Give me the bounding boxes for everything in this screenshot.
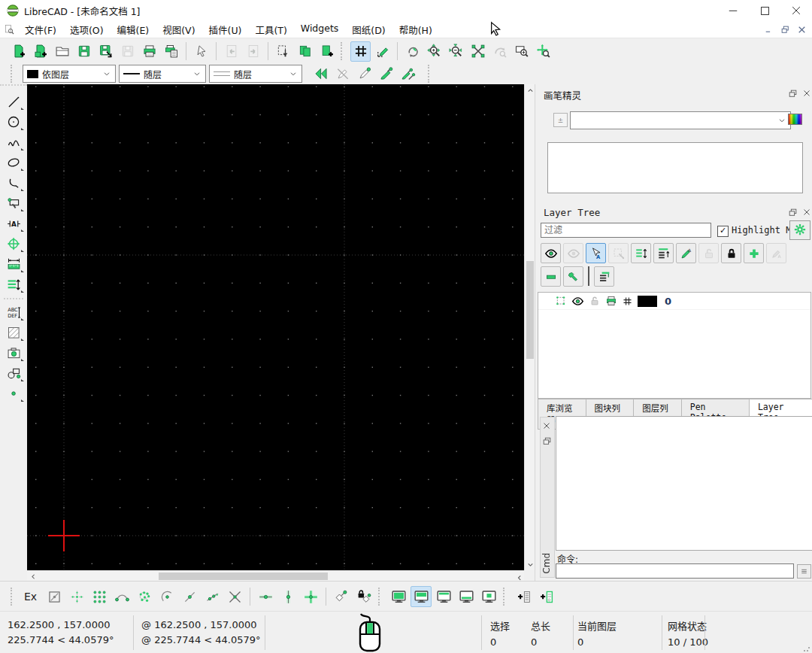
construction-layer-icon[interactable]: [555, 295, 567, 307]
vertical-scrollbar-thumb[interactable]: [526, 261, 534, 359]
pen-wizard-float-button[interactable]: [786, 87, 798, 99]
snap-distance-button[interactable]: [201, 586, 223, 607]
create-block-button[interactable]: [2, 363, 25, 384]
snap-grid-button[interactable]: [89, 586, 110, 607]
remove-layer-button[interactable]: [541, 266, 561, 287]
menu-view[interactable]: 视图(V): [156, 21, 201, 38]
horizontal-scrollbar-thumb[interactable]: [159, 573, 328, 580]
snap-middle-button[interactable]: [179, 586, 200, 607]
layer-tree-close-button[interactable]: [801, 206, 812, 218]
draw-text-button[interactable]: ABCDEF: [2, 302, 25, 323]
menu-drawings[interactable]: 图纸(D): [345, 21, 392, 38]
scroll-left-icon[interactable]: [29, 571, 38, 582]
snap-intersection-button[interactable]: [224, 586, 245, 607]
menu-widgets[interactable]: Widgets: [294, 21, 346, 38]
pen-wizard-close-button[interactable]: [801, 87, 812, 99]
toggle-grid-button[interactable]: [350, 41, 371, 62]
save-file-button[interactable]: [74, 41, 94, 62]
layer-tree-float-button[interactable]: [786, 206, 798, 218]
monitor-view-2-button[interactable]: [411, 586, 432, 607]
zoom-pan-button[interactable]: [533, 41, 553, 62]
horizontal-scrollbar[interactable]: [27, 570, 524, 582]
vertical-scrollbar[interactable]: [524, 84, 535, 570]
layer-visible-icon[interactable]: [571, 295, 584, 308]
pen-wizard-color-button[interactable]: [788, 114, 802, 125]
close-button[interactable]: [780, 0, 812, 21]
monitor-view-4-button[interactable]: [456, 586, 477, 607]
mdi-minimize-button[interactable]: [762, 24, 774, 35]
move-layer-top-button[interactable]: [653, 243, 674, 263]
snap-endpoint-button[interactable]: [111, 586, 132, 607]
modify-order-button[interactable]: [2, 275, 25, 295]
command-history[interactable]: [556, 416, 812, 551]
menu-help[interactable]: 帮助(H): [392, 21, 439, 38]
layer-color-swatch[interactable]: [638, 296, 657, 307]
print-button[interactable]: [139, 41, 159, 62]
show-all-layers-button[interactable]: [541, 243, 561, 263]
pen-copy-button[interactable]: [398, 64, 418, 84]
layer-print-icon[interactable]: [605, 295, 617, 307]
layer-construction-hash-icon[interactable]: [622, 296, 633, 307]
pen-color-combobox[interactable]: 依图层: [23, 65, 116, 83]
scroll-up-icon[interactable]: [525, 86, 535, 95]
resize-grip[interactable]: [803, 645, 810, 652]
duplicate-layer-button[interactable]: [594, 266, 614, 287]
pen-wizard-list[interactable]: [547, 142, 803, 193]
print-preview-button[interactable]: [161, 41, 181, 62]
restrict-horizontal-button[interactable]: [255, 586, 276, 607]
mdi-restore-button[interactable]: [779, 24, 791, 35]
zoom-out-button[interactable]: [446, 41, 466, 62]
pen-apply-button[interactable]: [376, 64, 396, 84]
lock-all-layers-button[interactable]: [721, 243, 741, 263]
draw-hatch-button[interactable]: [2, 323, 25, 343]
layer-list[interactable]: 0: [538, 292, 811, 399]
select-pointer-button[interactable]: [191, 41, 211, 62]
set-relative-zero-button[interactable]: [331, 586, 352, 607]
lock-relative-zero-button[interactable]: [353, 586, 374, 607]
dimension-aligned-button[interactable]: [2, 254, 25, 275]
maximize-button[interactable]: [749, 0, 780, 21]
pen-wizard-combobox[interactable]: [570, 111, 791, 129]
zoom-auto-button[interactable]: [468, 41, 488, 62]
layer-lock-icon[interactable]: [589, 295, 601, 307]
layer-tools-button[interactable]: [563, 266, 583, 287]
mdi-close-button[interactable]: [795, 24, 807, 35]
copy-button[interactable]: [295, 41, 315, 62]
snap-free-button[interactable]: [66, 586, 87, 607]
pen-pick-button[interactable]: [354, 64, 374, 84]
menu-file[interactable]: 文件(F): [18, 21, 63, 38]
minimize-button[interactable]: [717, 0, 749, 21]
menu-plugins[interactable]: 插件(U): [202, 21, 249, 38]
insert-image-button[interactable]: [2, 343, 25, 363]
save-as-button[interactable]: [95, 41, 116, 62]
draw-line-button[interactable]: [2, 92, 25, 112]
draw-spline-button[interactable]: [2, 132, 25, 153]
snap-entity-button[interactable]: [134, 586, 155, 607]
back-action-button[interactable]: [311, 64, 331, 84]
layer-filter-input[interactable]: [541, 223, 711, 238]
layer-row[interactable]: 0: [538, 293, 810, 310]
pen-remove-button[interactable]: [332, 64, 353, 84]
command-float-button[interactable]: [541, 436, 552, 446]
add-options-widget-button[interactable]: [535, 586, 556, 607]
redraw-button[interactable]: [402, 41, 423, 62]
layer-tree-settings-button[interactable]: [789, 220, 810, 240]
rename-layer-button[interactable]: A: [676, 243, 696, 263]
highlight-mode-checkbox[interactable]: ✓: [717, 226, 729, 237]
monitor-view-1-button[interactable]: [388, 586, 409, 607]
restrict-vertical-button[interactable]: [277, 586, 298, 607]
snap-center-button[interactable]: [156, 586, 177, 607]
toggle-draft-mode-button[interactable]: [372, 41, 392, 62]
pen-linewidth-combobox[interactable]: 随层: [209, 65, 302, 83]
menu-edit[interactable]: 编辑(E): [111, 21, 156, 38]
monitor-view-5-button[interactable]: [478, 586, 499, 607]
snap-exclusive-button[interactable]: [44, 586, 65, 607]
command-options-button[interactable]: [797, 564, 811, 579]
new-file-button[interactable]: [8, 41, 29, 62]
draw-circle-button[interactable]: [2, 112, 25, 132]
draw-polyline-button[interactable]: [2, 193, 25, 214]
add-layer-button[interactable]: [744, 243, 764, 263]
pen-linetype-combobox[interactable]: 随层: [119, 65, 206, 83]
monitor-view-3-button[interactable]: [433, 586, 454, 607]
pen-wizard-mini-button[interactable]: ±: [553, 113, 568, 127]
